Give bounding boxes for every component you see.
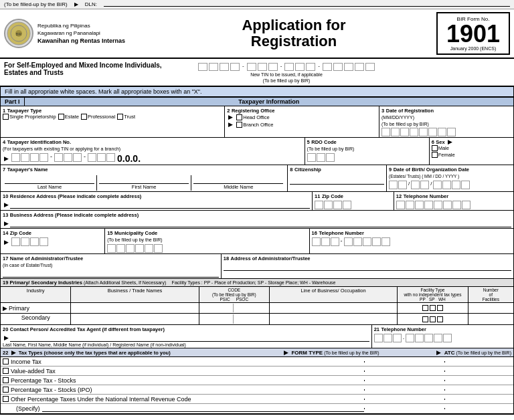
cb-income-tax[interactable] (3, 358, 9, 364)
tel-res-8[interactable] (462, 201, 470, 209)
tel-bus-7[interactable] (372, 237, 381, 246)
tel-bus-8[interactable] (381, 237, 390, 246)
tin-cell-9[interactable] (295, 63, 305, 71)
tel-c-4[interactable] (406, 334, 414, 342)
first-name-input[interactable] (99, 176, 189, 184)
tel-c-8[interactable] (443, 334, 452, 342)
specify-input[interactable] (42, 405, 364, 412)
tin-in-2[interactable] (21, 153, 29, 162)
tel-res-6[interactable] (443, 201, 452, 209)
atc-pct-ipo[interactable] (444, 389, 511, 391)
zip-bus-3[interactable] (30, 237, 39, 246)
tel-res-2[interactable] (406, 201, 414, 209)
secondary-trade-names[interactable] (71, 314, 199, 324)
rdo-1[interactable] (307, 153, 316, 162)
cb-box-female[interactable] (432, 152, 438, 158)
cb-box-single[interactable] (3, 114, 9, 120)
contact-input[interactable] (10, 334, 369, 342)
atc-specify[interactable] (444, 408, 511, 409)
cb-vat[interactable] (3, 368, 9, 374)
tin-cell-3[interactable] (220, 63, 229, 71)
dob-5[interactable] (433, 181, 442, 189)
date-cell-7[interactable] (438, 128, 446, 136)
dob-1[interactable] (389, 181, 398, 189)
zip-res-1[interactable] (315, 201, 323, 209)
muni-2[interactable] (116, 244, 125, 253)
cb-box-male[interactable] (432, 145, 438, 151)
dob-2[interactable] (398, 181, 407, 189)
dob-6[interactable] (442, 181, 451, 189)
secondary-wh[interactable] (437, 316, 443, 322)
tel-res-4[interactable] (424, 201, 433, 209)
tel-bus-4[interactable] (344, 237, 353, 246)
primary-num-fac[interactable] (468, 303, 513, 313)
cb-pct-ipo[interactable] (3, 387, 9, 393)
tin-in-4[interactable] (39, 153, 48, 162)
tel-c-2[interactable] (383, 334, 392, 342)
secondary-sp[interactable] (430, 316, 436, 322)
muni-3[interactable] (126, 244, 135, 253)
dob-8[interactable] (461, 181, 470, 189)
primary-wh[interactable] (437, 305, 443, 311)
tel-res-1[interactable] (396, 201, 405, 209)
cb-box-branch[interactable] (236, 122, 242, 128)
zip-res-4[interactable] (343, 201, 351, 209)
date-cell-5[interactable] (419, 128, 428, 136)
date-cell-8[interactable] (447, 128, 456, 136)
form-type-vat[interactable] (364, 371, 444, 372)
tin-cell-4[interactable] (230, 63, 240, 71)
date-cell-2[interactable] (391, 128, 400, 136)
residence-input[interactable] (10, 201, 310, 209)
tin-cell-13[interactable] (344, 63, 353, 71)
dob-4[interactable] (420, 181, 429, 189)
tin-in-9[interactable] (97, 153, 106, 162)
form-type-pct-stocks[interactable] (364, 380, 444, 381)
zip-res-2[interactable] (324, 201, 333, 209)
primary-sp[interactable] (430, 305, 436, 311)
tin-in-8[interactable] (88, 153, 96, 162)
cb-box-estate[interactable] (58, 114, 64, 120)
secondary-line-business[interactable] (270, 314, 398, 324)
cb-other-pct[interactable] (3, 396, 9, 402)
tel-bus-1[interactable] (312, 237, 321, 246)
primary-psoc[interactable] (235, 304, 267, 312)
tel-bus-3[interactable] (331, 237, 339, 246)
primary-line-business[interactable] (270, 303, 398, 313)
tel-res-3[interactable] (415, 201, 424, 209)
tin-in-5[interactable] (54, 153, 63, 162)
date-cell-3[interactable] (400, 128, 409, 136)
secondary-psic[interactable] (201, 314, 234, 324)
tin-in-7[interactable] (73, 153, 82, 162)
tel-c-3[interactable] (393, 334, 402, 342)
rdo-3[interactable] (326, 153, 335, 162)
secondary-psoc[interactable] (235, 314, 267, 324)
tin-cell-5[interactable] (247, 63, 256, 71)
tel-bus-5[interactable] (353, 237, 362, 246)
tin-cell-10[interactable] (306, 63, 315, 71)
atc-pct-stocks[interactable] (444, 380, 511, 381)
admin-name-input[interactable] (3, 270, 219, 278)
tel-bus-6[interactable] (363, 237, 371, 246)
tin-cell-1[interactable] (198, 63, 207, 71)
secondary-num-fac[interactable] (468, 314, 513, 324)
rdo-2[interactable] (317, 153, 325, 162)
secondary-pp[interactable] (422, 316, 428, 322)
cb-box-professional[interactable] (81, 114, 87, 120)
zip-bus-2[interactable] (21, 237, 29, 246)
cb-pct-stocks[interactable] (3, 377, 9, 383)
tin-cell-14[interactable] (355, 63, 364, 71)
tel-c-5[interactable] (415, 334, 424, 342)
zip-bus-4[interactable] (39, 237, 48, 246)
tel-c-6[interactable] (424, 334, 433, 342)
atc-income[interactable] (444, 361, 511, 362)
date-cell-4[interactable] (410, 128, 418, 136)
tel-c-7[interactable] (434, 334, 442, 342)
tel-res-7[interactable] (452, 201, 461, 209)
middle-name-input[interactable] (193, 176, 283, 184)
tel-c-1[interactable] (374, 334, 383, 342)
atc-vat[interactable] (444, 371, 511, 372)
form-type-specify[interactable] (364, 408, 444, 409)
form-type-income[interactable] (364, 361, 444, 362)
business-addr-input[interactable] (10, 219, 511, 227)
date-cell-6[interactable] (428, 128, 437, 136)
